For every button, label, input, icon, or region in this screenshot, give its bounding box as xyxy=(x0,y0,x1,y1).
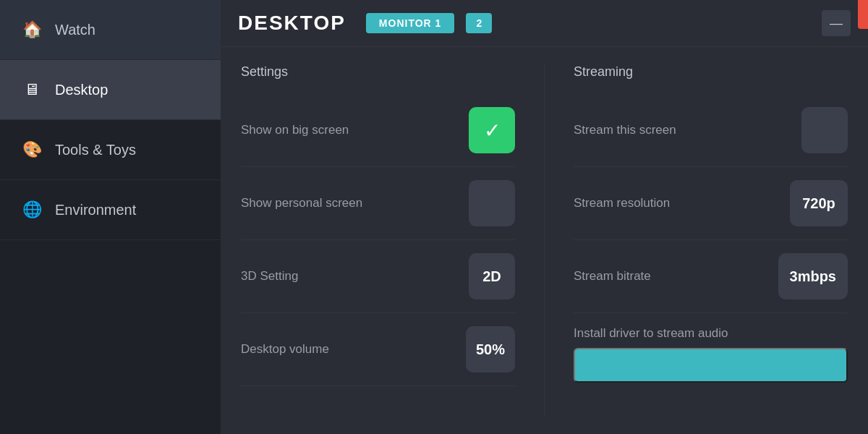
page-title: DESKTOP xyxy=(238,12,346,35)
show-big-label: Show on big screen xyxy=(241,123,349,137)
sidebar-item-desktop[interactable]: 🖥 Desktop xyxy=(0,60,221,120)
install-driver-button[interactable] xyxy=(574,348,848,383)
minimize-button[interactable]: — xyxy=(822,10,851,36)
setting-show-big: Show on big screen ✓ xyxy=(241,94,515,167)
home-icon: 🏠 xyxy=(22,20,42,39)
stream-bitrate-label: Stream bitrate xyxy=(574,269,651,284)
palette-icon: 🎨 xyxy=(22,140,42,159)
sidebar-label-tools: Tools & Toys xyxy=(55,142,136,158)
stream-screen-checkbox[interactable] xyxy=(801,107,848,153)
sidebar-label-watch: Watch xyxy=(55,22,95,38)
monitor2-button[interactable]: 2 xyxy=(466,13,492,33)
sidebar: 🏠 Watch 🖥 Desktop 🎨 Tools & Toys 🌐 Envir… xyxy=(0,0,221,434)
sidebar-label-desktop: Desktop xyxy=(55,82,108,98)
stream-screen-row: Stream this screen xyxy=(574,94,848,167)
streaming-title: Streaming xyxy=(574,64,848,80)
stream-resolution-button[interactable]: 720p xyxy=(790,180,848,226)
3d-setting-label: 3D Setting xyxy=(241,269,298,284)
stream-screen-label: Stream this screen xyxy=(574,123,676,137)
sidebar-label-environment: Environment xyxy=(55,202,136,218)
install-driver-row: Install driver to stream audio xyxy=(574,313,848,396)
stream-resolution-label: Stream resolution xyxy=(574,196,670,210)
3d-setting-button[interactable]: 2D xyxy=(469,253,515,299)
setting-volume: Desktop volume 50% xyxy=(241,313,515,386)
streaming-panel: Streaming Stream this screen Stream reso… xyxy=(545,64,848,417)
header: DESKTOP MONITOR 1 2 — xyxy=(221,0,868,47)
desktop-volume-button[interactable]: 50% xyxy=(466,326,515,373)
sidebar-item-watch[interactable]: 🏠 Watch xyxy=(0,0,221,60)
settings-title: Settings xyxy=(241,64,515,80)
stream-resolution-row: Stream resolution 720p xyxy=(574,167,848,240)
setting-3d: 3D Setting 2D xyxy=(241,240,515,313)
show-big-checkbox[interactable]: ✓ xyxy=(469,107,515,153)
monitor1-button[interactable]: MONITOR 1 xyxy=(366,13,455,33)
desktop-icon: 🖥 xyxy=(22,80,42,99)
setting-show-personal: Show personal screen xyxy=(241,167,515,240)
desktop-volume-label: Desktop volume xyxy=(241,342,329,357)
content-area: Settings Show on big screen ✓ Show perso… xyxy=(221,47,868,434)
install-driver-label: Install driver to stream audio xyxy=(574,326,848,341)
settings-panel: Settings Show on big screen ✓ Show perso… xyxy=(241,64,545,417)
show-personal-checkbox[interactable] xyxy=(469,180,515,226)
sidebar-item-tools[interactable]: 🎨 Tools & Toys xyxy=(0,120,221,180)
red-indicator xyxy=(858,0,868,29)
stream-bitrate-button[interactable]: 3mbps xyxy=(778,253,848,299)
globe-icon: 🌐 xyxy=(22,200,42,219)
stream-bitrate-row: Stream bitrate 3mbps xyxy=(574,240,848,313)
main-content: DESKTOP MONITOR 1 2 — Settings Show on b… xyxy=(221,0,868,434)
sidebar-item-environment[interactable]: 🌐 Environment xyxy=(0,180,221,240)
show-personal-label: Show personal screen xyxy=(241,196,362,210)
